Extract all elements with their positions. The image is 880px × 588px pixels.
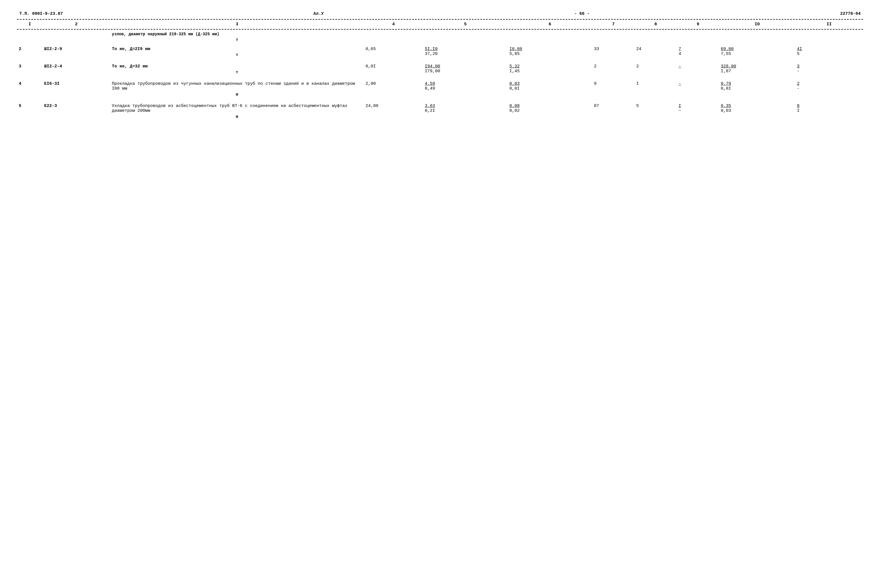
row4-desc: Прокладка трубопроводов из чугунных кана…	[110, 80, 364, 98]
table-row: 2 ШI2-2-9 То же, Д=2I9 мм т 0,65 5I.I0 3…	[17, 43, 863, 61]
row4-col10-top: 0.79	[721, 81, 793, 86]
row3-col4: 0,0I	[364, 63, 423, 70]
row4-col11-top: 2	[797, 81, 861, 86]
intro-col6	[508, 31, 592, 33]
row2-unit: т	[112, 52, 362, 57]
row3-col11-bot: -	[797, 69, 861, 74]
header-left: Т.П. 090I-9-23.87	[19, 11, 63, 16]
intro-col8	[634, 31, 677, 33]
row4-col10: 0.79 0,0I	[719, 80, 795, 92]
row5-col9-bot: ~	[679, 108, 718, 113]
col-head-2: 2	[42, 21, 110, 28]
intro-unit-col	[364, 31, 423, 33]
col-head-1: I	[17, 21, 42, 28]
row3-col6: 5.32 I,45	[508, 63, 592, 75]
col-head-7: 7	[592, 21, 634, 28]
col-head-8: 8	[634, 21, 677, 28]
row5-no: 5	[17, 102, 42, 110]
row4-col7: 9	[592, 80, 634, 87]
row3-col11: 3 -	[795, 63, 863, 75]
col-head-5: 5	[423, 21, 507, 28]
intro-col10	[719, 31, 795, 33]
row3-col6-bot: I,45	[510, 69, 591, 74]
row3-desc: То же, Д=32 мм т	[110, 63, 364, 76]
row2-no: 2	[17, 45, 42, 52]
row4-col6: 0.03 0,0I	[508, 80, 592, 92]
row5-col10-top: 0.35	[721, 104, 793, 108]
row2-col11-top: 4I	[797, 46, 861, 51]
row2-col11-bot: 5	[797, 51, 861, 56]
row4-col8: I	[634, 80, 677, 87]
intro-col7	[592, 31, 634, 33]
header-right: 22778-04	[840, 11, 861, 16]
header-bar: Т.П. 090I-9-23.87 Ал.У - 66 - 22778-04	[17, 11, 863, 16]
row2-col5: 5I.I0 37,20	[423, 45, 507, 57]
row4-unit: м	[112, 92, 362, 97]
row5-col11: 8 I	[795, 102, 863, 114]
row2-col5-top: 5I.I0	[425, 46, 506, 51]
row5-col11-top: 8	[797, 104, 861, 108]
row5-col6: 0.08 0,02	[508, 102, 592, 114]
row3-col5: I94.00 I79,00	[423, 63, 507, 75]
intro-desc: узлов, диаметр наружный 219-325 мм (Д-32…	[110, 31, 364, 43]
header-middle-left: Ал.У	[313, 11, 324, 16]
col-head-4: 4	[364, 21, 423, 28]
row5-col5-bot: 0,2I	[425, 108, 506, 113]
row2-col7: 33	[592, 45, 634, 52]
row2-col11: 4I 5	[795, 45, 863, 57]
row2-col9-bot: 4	[679, 51, 718, 56]
row5-col10-bot: 0,03	[721, 108, 793, 113]
row4-col6-top: 0.03	[510, 81, 591, 86]
col-head-11: II	[795, 21, 863, 28]
row4-col6-bot: 0,0I	[510, 86, 591, 91]
row3-col7: 2	[592, 63, 634, 70]
row2-col5-bot: 37,20	[425, 51, 506, 56]
row4-col11: 2 -	[795, 80, 863, 92]
intro-code	[42, 31, 110, 33]
col-header-row: I 2 3 4 5 6 7 8 9 IO II	[17, 21, 863, 28]
row5-col6-top: 0.08	[510, 104, 591, 108]
row4-col10-bot: 0,0I	[721, 86, 793, 91]
row2-col10: 69.00 7,55	[719, 45, 795, 57]
row5-desc: Укладка трубопроводов из асбестоцементны…	[110, 102, 364, 120]
intro-col11	[795, 31, 863, 33]
row2-col9-top: 7	[679, 46, 718, 51]
row5-col8: 5	[634, 102, 677, 110]
row5-col5: 3.63 0,2I	[423, 102, 507, 114]
row3-col10: 328.00 I,87	[719, 63, 795, 75]
row5-col10: 0.35 0,03	[719, 102, 795, 114]
row5-unit: м	[112, 114, 362, 119]
row5-code: Е22-3	[42, 102, 110, 110]
intro-unit: т	[112, 38, 362, 42]
row3-col10-bot: I,87	[721, 69, 793, 74]
intro-col5	[423, 31, 507, 33]
row4-col5-bot: 0,49	[425, 86, 506, 91]
row2-col6-bot: 5,85	[510, 51, 591, 56]
table-row: 4 ЕI6-3I Прокладка трубопроводов из чугу…	[17, 78, 863, 100]
row5-col5-top: 3.63	[425, 104, 506, 108]
row4-desc-text: Прокладка трубопроводов из чугунных кана…	[112, 81, 355, 91]
row5-col7: 87	[592, 102, 634, 110]
top-divider	[17, 19, 863, 20]
row4-col5: 4.59 0,49	[423, 80, 507, 92]
row5-col9-top: I	[679, 104, 718, 108]
row2-col4: 0,65	[364, 45, 423, 52]
row2-col10-top: 69.00	[721, 46, 793, 51]
row3-col9: -	[677, 63, 719, 70]
row2-col8: 24	[634, 45, 677, 52]
row2-code: ШI2-2-9	[42, 45, 110, 52]
row3-unit: т	[112, 70, 362, 75]
row2-desc: То же, Д=2I9 мм т	[110, 45, 364, 58]
row3-col9-top: -	[679, 64, 718, 69]
intro-row: узлов, диаметр наружный 219-325 мм (Д-32…	[17, 31, 863, 43]
row3-col5-top: I94.00	[425, 64, 506, 69]
row5-desc-text: Укладка трубопроводов из асбестоцементны…	[112, 104, 347, 113]
row5-col9: I ~	[677, 102, 719, 114]
table-row: 3 ШI2-2-4 То же, Д=32 мм т 0,0I I94.00 I…	[17, 61, 863, 78]
row3-code: ШI2-2-4	[42, 63, 110, 70]
row2-col10-bot: 7,55	[721, 51, 793, 56]
row3-col10-top: 328.00	[721, 64, 793, 69]
row4-col9-top: -	[679, 81, 718, 86]
row4-col4: 2,00	[364, 80, 423, 87]
col-head-10: IO	[719, 21, 795, 28]
